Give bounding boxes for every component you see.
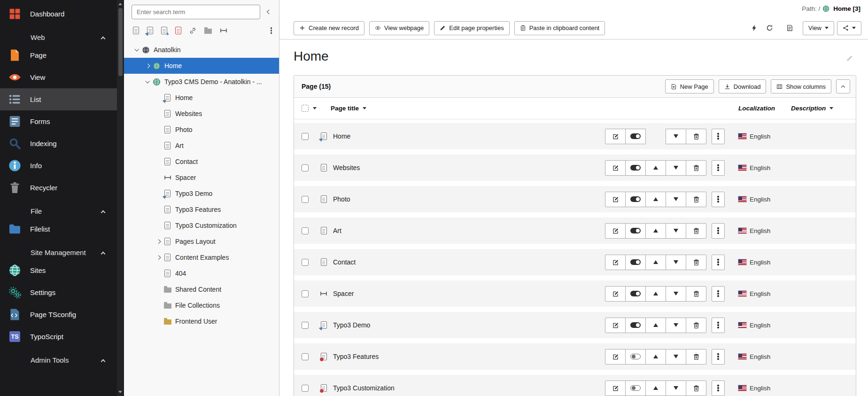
module-item-dashboard[interactable]: Dashboard — [0, 3, 117, 25]
move-down-button[interactable] — [666, 318, 686, 333]
more-options-button[interactable] — [712, 380, 725, 396]
hide-toggle-button[interactable] — [625, 318, 646, 333]
hide-toggle-button[interactable] — [625, 160, 646, 176]
edit-record-button[interactable] — [605, 160, 626, 176]
select-all-dropdown[interactable] — [302, 105, 317, 112]
tree-node-websites[interactable]: Websites — [124, 106, 279, 122]
more-options-button[interactable] — [712, 349, 725, 365]
delete-button[interactable] — [686, 160, 706, 176]
tree-search-input[interactable] — [132, 5, 260, 19]
tree-node-anatolkin[interactable]: Anatolkin — [124, 42, 279, 58]
module-item-filelist[interactable]: Filelist — [0, 218, 117, 240]
module-item-forms[interactable]: Forms — [0, 110, 117, 132]
column-header-page-title[interactable]: Page title — [331, 105, 366, 112]
move-up-button[interactable] — [645, 223, 666, 239]
tree-node-file-collections[interactable]: File Collections — [124, 297, 279, 313]
module-item-view[interactable]: View — [0, 66, 117, 88]
tree-node-spacer[interactable]: Spacer — [124, 170, 279, 186]
delete-button[interactable] — [686, 129, 706, 144]
module-item-typoscript[interactable]: TS TypoScript — [0, 326, 117, 348]
module-item-settings[interactable]: Settings — [0, 281, 117, 303]
module-item-page-tsconfig[interactable]: Page TSconfig — [0, 303, 117, 326]
row-checkbox[interactable] — [302, 322, 309, 329]
unhide-toggle-button[interactable] — [625, 349, 646, 365]
tree-node-404[interactable]: 404 — [124, 265, 279, 281]
new-external-link-drag-icon[interactable] — [175, 26, 182, 35]
edit-record-button[interactable] — [605, 129, 626, 144]
move-down-button[interactable] — [666, 380, 686, 396]
move-up-button[interactable] — [645, 318, 666, 333]
link-icon[interactable] — [189, 27, 197, 35]
collapse-panel-button[interactable] — [836, 79, 850, 93]
move-up-button[interactable] — [645, 380, 666, 396]
record-title[interactable]: Typo3 Demo — [333, 321, 370, 329]
more-options-button[interactable] — [712, 286, 725, 302]
more-options-button[interactable] — [712, 192, 725, 207]
row-checkbox[interactable] — [302, 290, 309, 297]
tree-options-button[interactable] — [270, 29, 272, 31]
scroll-down-arrow[interactable] — [118, 391, 122, 393]
edit-record-button[interactable] — [605, 192, 626, 207]
delete-button[interactable] — [686, 318, 706, 333]
edit-record-button[interactable] — [605, 223, 626, 239]
tree-node-typo3-cms-demo[interactable]: Typo3 CMS Demo - Anatolkin - ... — [124, 74, 279, 90]
move-up-button[interactable] — [645, 192, 666, 207]
row-checkbox[interactable] — [302, 353, 309, 360]
delete-button[interactable] — [686, 255, 706, 270]
more-options-button[interactable] — [712, 318, 725, 333]
move-up-button[interactable] — [645, 349, 666, 365]
scrollbar-thumb[interactable] — [118, 8, 123, 76]
record-title[interactable]: Typo3 Customization — [333, 384, 395, 392]
tree-node-pages-layout[interactable]: Pages Layout — [124, 233, 279, 249]
module-item-indexing[interactable]: Indexing — [0, 132, 117, 155]
move-down-button[interactable] — [666, 286, 686, 302]
more-options-button[interactable] — [712, 129, 725, 144]
select-all-checkbox[interactable] — [302, 105, 309, 112]
tree-node-home-child[interactable]: Home — [124, 90, 279, 106]
hide-toggle-button[interactable] — [625, 286, 646, 302]
more-options-button[interactable] — [712, 223, 725, 239]
row-checkbox[interactable] — [302, 259, 309, 266]
module-item-info[interactable]: Info — [0, 155, 117, 177]
unhide-toggle-button[interactable] — [625, 380, 646, 396]
module-item-sites[interactable]: Sites — [0, 259, 117, 281]
create-new-record-button[interactable]: Create new record — [294, 21, 364, 35]
record-title[interactable]: Home — [333, 132, 350, 140]
module-item-page[interactable]: Page — [0, 44, 117, 66]
hide-toggle-button[interactable] — [625, 129, 646, 144]
module-item-recycler[interactable]: Recycler — [0, 177, 117, 199]
tree-node-home[interactable]: Home — [124, 58, 279, 74]
tree-node-photo[interactable]: Photo — [124, 122, 279, 138]
tree-node-content-examples[interactable]: Content Examples — [124, 249, 279, 265]
tree-node-typo3-demo[interactable]: Typo3 Demo — [124, 186, 279, 202]
edit-record-button[interactable] — [605, 380, 626, 396]
tree-node-typo3-features[interactable]: Typo3 Features — [124, 202, 279, 217]
move-down-button[interactable] — [666, 192, 686, 207]
record-title[interactable]: Photo — [333, 195, 350, 203]
delete-button[interactable] — [686, 192, 706, 207]
hide-toggle-button[interactable] — [625, 192, 646, 207]
record-title[interactable]: Typo3 Features — [333, 353, 379, 360]
view-webpage-button[interactable]: View webpage — [369, 21, 429, 35]
delete-button[interactable] — [686, 286, 706, 302]
record-title[interactable]: Contact — [333, 258, 356, 266]
move-up-button[interactable] — [645, 286, 666, 302]
delete-button[interactable] — [686, 349, 706, 365]
move-down-button[interactable] — [666, 349, 686, 365]
move-down-button[interactable] — [666, 160, 686, 176]
move-up-button[interactable] — [645, 160, 666, 176]
refresh-button[interactable] — [763, 23, 776, 33]
edit-page-properties-button[interactable]: Edit page properties — [434, 21, 509, 35]
more-options-button[interactable] — [712, 255, 725, 270]
tree-node-art[interactable]: Art — [124, 138, 279, 154]
new-mountpoint-drag-icon[interactable] — [161, 26, 168, 35]
scroll-up-arrow[interactable] — [118, 3, 122, 5]
module-group-web[interactable]: Web — [0, 25, 117, 44]
row-checkbox[interactable] — [302, 196, 309, 203]
cache-flush-button[interactable] — [748, 23, 760, 33]
edit-record-button[interactable] — [605, 349, 626, 365]
show-columns-button[interactable]: Show columns — [771, 79, 831, 93]
record-title[interactable]: Spacer — [333, 290, 354, 297]
tree-node-typo3-customization[interactable]: Typo3 Customization — [124, 217, 279, 233]
row-checkbox[interactable] — [302, 164, 309, 171]
